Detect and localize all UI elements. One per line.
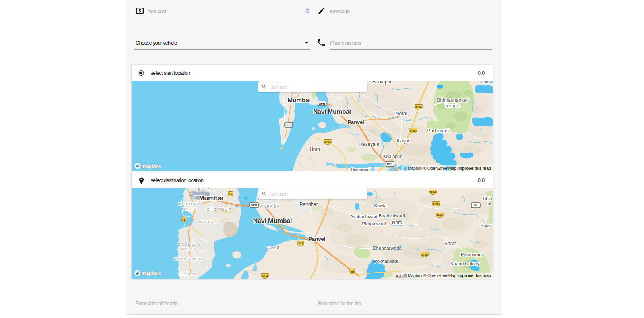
- svg-text:BANDRA: BANDRA: [179, 202, 200, 206]
- svg-text:Panvel: Panvel: [308, 236, 325, 242]
- svg-text:COLABA: COLABA: [178, 272, 198, 276]
- svg-text:Durgawadi: Durgawadi: [351, 167, 370, 171]
- svg-text:Bhin: Bhin: [483, 196, 492, 201]
- svg-text:Khalapur: Khalapur: [383, 154, 402, 159]
- svg-text:KALBADEVI: KALBADEVI: [174, 256, 203, 261]
- svg-text:Shivla: Shivla: [374, 203, 387, 208]
- svg-text:Pendhar: Pendhar: [299, 202, 318, 207]
- svg-text:Karjat: Karjat: [396, 138, 409, 144]
- svg-text:Bhimashankar: Bhimashankar: [437, 97, 468, 103]
- svg-text:4B: 4B: [351, 270, 354, 273]
- svg-text:CHEMBUR: CHEMBUR: [207, 207, 232, 211]
- svg-text:348A: 348A: [262, 275, 268, 277]
- svg-text:mapbox: mapbox: [142, 163, 161, 169]
- svg-text:SPH: SPH: [319, 102, 325, 105]
- svg-text:Badlapur: Badlapur: [372, 81, 392, 85]
- svg-text:Navi Mumbai: Navi Mumbai: [253, 217, 292, 224]
- svg-text:4B: 4B: [229, 192, 233, 195]
- svg-text:landslid: landslid: [480, 81, 493, 84]
- svg-text:Neral: Neral: [396, 111, 407, 116]
- svg-text:548A: 548A: [429, 191, 436, 194]
- svg-text:Navi Mumbai: Navi Mumbai: [313, 108, 351, 115]
- svg-text:WEST: WEST: [182, 247, 196, 251]
- svg-text:Tal: Tal: [485, 201, 491, 206]
- svg-text:548A: 548A: [421, 253, 428, 256]
- svg-text:Padarwadi: Padarwadi: [427, 128, 450, 134]
- svg-text:BYCULLA: BYCULLA: [178, 242, 200, 246]
- svg-text:Bhadvalwadi: Bhadvalwadi: [378, 213, 405, 218]
- svg-text:548A: 548A: [436, 214, 443, 217]
- svg-text:Uran: Uran: [310, 147, 320, 152]
- svg-text:MPE: MPE: [387, 162, 393, 166]
- svg-text:Panvel: Panvel: [348, 119, 364, 125]
- svg-text:Khand Colony: Khand Colony: [450, 261, 479, 266]
- svg-text:4B: 4B: [182, 218, 186, 221]
- svg-text:mapbox: mapbox: [142, 271, 161, 276]
- svg-text:Salve: Salve: [444, 241, 456, 246]
- svg-text:Dhangarwada: Dhangarwada: [373, 246, 402, 250]
- svg-text:Temple: Temple: [444, 103, 460, 109]
- svg-text:Neral: Neral: [392, 220, 404, 225]
- svg-text:SANPADA: SANPADA: [257, 204, 281, 209]
- svg-text:Mumbai: Mumbai: [199, 195, 223, 202]
- svg-text:Solar: Solar: [481, 223, 491, 228]
- svg-text:348: 348: [298, 242, 303, 245]
- svg-text:Pimpalwadi: Pimpalwadi: [362, 221, 386, 226]
- svg-text:Avshachiwadi: Avshachiwadi: [350, 214, 378, 219]
- svg-text:Mumbai: Mumbai: [287, 97, 310, 103]
- svg-text:WADALA: WADALA: [199, 219, 220, 224]
- svg-text:Rasayani: Rasayani: [359, 141, 379, 147]
- svg-text:348A: 348A: [324, 140, 331, 143]
- svg-text:EEH: EEH: [285, 123, 291, 127]
- svg-text:548A: 548A: [410, 129, 417, 132]
- svg-text:ULWE: ULWE: [266, 245, 280, 250]
- svg-text:SPH: SPH: [251, 203, 257, 207]
- svg-text:548A: 548A: [433, 202, 440, 205]
- svg-text:Padarwadi: Padarwadi: [461, 252, 483, 257]
- svg-text:ASALFA: ASALFA: [194, 188, 214, 192]
- svg-text:54: 54: [474, 204, 478, 207]
- svg-text:548A: 548A: [415, 105, 422, 108]
- svg-text:WEST: WEST: [182, 206, 196, 211]
- svg-text:Pokharwadi: Pokharwadi: [374, 259, 398, 264]
